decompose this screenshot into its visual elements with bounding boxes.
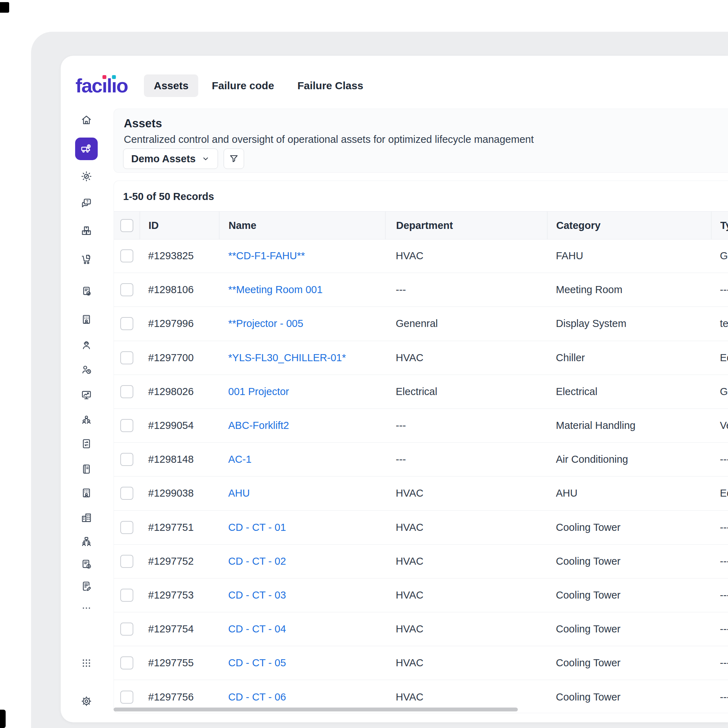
history-docs-icon <box>80 558 92 570</box>
row-checkbox[interactable] <box>120 487 133 500</box>
assets-table-panel: 1-50 of 50 Records ID Name Department Ca… <box>113 180 728 713</box>
table-row[interactable]: #1297755 CD - CT - 05 HVAC Cooling Tower… <box>114 646 728 680</box>
cell-name-link[interactable]: CD - CT - 05 <box>219 657 385 669</box>
tab-failure-class[interactable]: Failure Class <box>288 75 373 97</box>
table-row[interactable]: #1297700 *YLS-FL30_CHILLER-01* HVAC Chil… <box>114 341 728 375</box>
table-row[interactable]: #1299038 AHU HVAC AHU Eq <box>114 477 728 510</box>
cell-name-link[interactable]: CD - CT - 04 <box>219 623 385 635</box>
table-row[interactable]: #1299054 ABC-Forklift2 --- Material Hand… <box>114 409 728 443</box>
row-checkbox[interactable] <box>120 656 133 670</box>
tab-assets[interactable]: Assets <box>144 75 198 97</box>
table-row[interactable]: #1298026 001 Projector Electrical Electr… <box>114 375 728 409</box>
row-checkbox[interactable] <box>120 351 133 364</box>
column-header-name[interactable]: Name <box>219 212 385 239</box>
sidebar-item-transfers[interactable] <box>75 433 98 455</box>
sidebar-item-history-docs[interactable] <box>75 553 98 576</box>
sidebar-item-more[interactable] <box>75 597 98 619</box>
row-checkbox[interactable] <box>120 317 133 330</box>
table-row[interactable]: #1297752 CD - CT - 02 HVAC Cooling Tower… <box>114 544 728 578</box>
cell-type: Ve <box>711 420 728 431</box>
home-icon <box>80 114 92 126</box>
sidebar-item-org-chart[interactable] <box>75 531 98 553</box>
cell-type: --- <box>711 522 728 533</box>
cell-name-link[interactable]: 001 Projector <box>219 386 385 398</box>
cell-id: #1293825 <box>140 250 219 262</box>
sidebar-item-maintenance[interactable] <box>75 165 98 188</box>
sidebar-item-procurement[interactable] <box>75 248 98 271</box>
table-row[interactable]: #1298106 **Meeting Room 001 --- Meeting … <box>114 273 728 307</box>
sidebar-item-settings[interactable] <box>75 690 98 713</box>
row-checkbox[interactable] <box>120 249 133 262</box>
teams-icon <box>80 414 92 426</box>
sidebar-item-kiosk[interactable] <box>75 458 98 480</box>
analytics-icon <box>80 389 92 401</box>
table-row[interactable]: #1298148 AC-1 --- Air Conditioning --- <box>114 443 728 477</box>
cell-department: HVAC <box>385 250 547 262</box>
cell-id: #1297755 <box>140 657 219 669</box>
row-checkbox[interactable] <box>120 419 133 432</box>
sidebar-item-home[interactable] <box>75 109 98 131</box>
cell-id: #1299038 <box>140 488 219 499</box>
table-row[interactable]: #1297753 CD - CT - 03 HVAC Cooling Tower… <box>114 578 728 612</box>
sidebar-item-drafts[interactable] <box>75 575 98 598</box>
column-header-category[interactable]: Category <box>547 212 711 239</box>
cell-name-link[interactable]: AC-1 <box>219 454 385 465</box>
sidebar-item-assets[interactable] <box>75 138 98 160</box>
select-all-checkbox[interactable] <box>120 219 133 232</box>
row-checkbox[interactable] <box>120 622 133 636</box>
sidebar-item-tenants[interactable] <box>75 308 98 331</box>
table-row[interactable]: #1297996 **Projector - 005 Genenral Disp… <box>114 307 728 341</box>
cell-name-link[interactable]: AHU <box>219 488 385 499</box>
cell-department: --- <box>385 420 547 431</box>
cell-department: HVAC <box>385 623 547 635</box>
sidebar-item-workforce[interactable] <box>75 334 98 356</box>
assets-header-panel: Assets Centralized control and oversight… <box>113 109 728 173</box>
horizontal-scrollbar[interactable] <box>113 708 518 711</box>
row-checkbox[interactable] <box>120 589 133 602</box>
row-checkbox[interactable] <box>120 555 133 568</box>
row-checkbox[interactable] <box>120 385 133 398</box>
column-header-department[interactable]: Department <box>385 212 547 239</box>
cell-department: HVAC <box>385 589 547 601</box>
row-checkbox[interactable] <box>120 691 133 704</box>
row-checkbox[interactable] <box>120 453 133 466</box>
facilio-logo[interactable]: facılıo <box>75 73 128 98</box>
sidebar-item-help[interactable]: ? <box>75 192 98 214</box>
cell-department: --- <box>385 454 547 465</box>
cell-name-link[interactable]: **CD-F1-FAHU** <box>219 250 385 262</box>
cell-type: --- <box>711 555 728 567</box>
filter-button[interactable] <box>223 148 244 169</box>
row-checkbox[interactable] <box>120 521 133 534</box>
cell-category: Cooling Tower <box>547 522 711 533</box>
page-title: Assets <box>124 117 162 130</box>
cell-name-link[interactable]: CD - CT - 02 <box>219 555 385 567</box>
sidebar-item-teams[interactable] <box>75 408 98 431</box>
row-checkbox[interactable] <box>120 283 133 296</box>
assets-icon <box>80 143 92 155</box>
table-row[interactable]: #1297751 CD - CT - 01 HVAC Cooling Tower… <box>114 511 728 544</box>
sidebar-item-visitors[interactable] <box>75 482 98 505</box>
cell-id: #1297752 <box>140 555 219 567</box>
sidebar-item-purchase-orders[interactable] <box>75 280 98 303</box>
cell-name-link[interactable]: ABC-Forklift2 <box>219 420 385 431</box>
table-row[interactable]: #1297754 CD - CT - 04 HVAC Cooling Tower… <box>114 612 728 646</box>
cell-name-link[interactable]: **Meeting Room 001 <box>219 284 385 295</box>
view-selector-button[interactable]: Demo Assets <box>123 148 218 169</box>
cell-name-link[interactable]: CD - CT - 01 <box>219 522 385 533</box>
sidebar-item-attendance[interactable] <box>75 358 98 381</box>
cell-name-link[interactable]: CD - CT - 06 <box>219 691 385 703</box>
sidebar-item-apps[interactable] <box>75 652 98 674</box>
column-header-id[interactable]: ID <box>140 212 219 239</box>
tab-failure-code[interactable]: Failure code <box>202 75 284 97</box>
cell-type: Eq <box>711 488 728 499</box>
column-header-type[interactable]: Ty <box>711 212 728 239</box>
top-tabs: Assets Failure code Failure Class <box>144 74 373 97</box>
cell-name-link[interactable]: *YLS-FL30_CHILLER-01* <box>219 352 385 364</box>
sidebar-item-inventory[interactable] <box>75 219 98 242</box>
cell-department: HVAC <box>385 488 547 499</box>
table-row[interactable]: #1293825 **CD-F1-FAHU** HVAC FAHU Ge <box>114 239 728 273</box>
cell-name-link[interactable]: **Projector - 005 <box>219 318 385 329</box>
sidebar-item-analytics[interactable] <box>75 384 98 406</box>
cell-name-link[interactable]: CD - CT - 03 <box>219 589 385 601</box>
sidebar-item-facilities[interactable] <box>75 506 98 529</box>
